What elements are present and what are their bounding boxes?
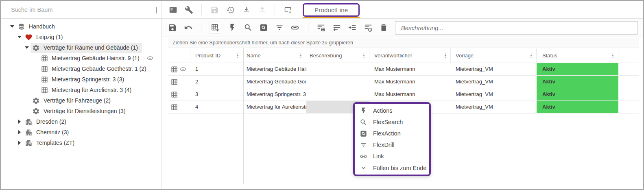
header-name[interactable]: Name <box>243 48 306 63</box>
header-verantwortlicher[interactable]: Verantwortlicher <box>369 48 451 63</box>
delete-button[interactable] <box>379 23 389 33</box>
cell-status[interactable]: Aktiv <box>537 76 618 88</box>
table-row[interactable]: 1 Mietvertrag Gebäude Hainstr. 9 Max Mus… <box>168 63 639 76</box>
grid-save-button[interactable] <box>168 23 177 33</box>
flexaction-button[interactable] <box>259 23 269 33</box>
menu-item-fuellen-bis-zum-ende[interactable]: Füllen bis zum Ende <box>355 162 429 173</box>
group-by-bar[interactable]: Ziehen Sie eine Spaltenüberschrift hierh… <box>168 38 639 48</box>
column-menu-icon[interactable] <box>298 52 304 59</box>
cell-produkt-id[interactable]: 1 <box>190 63 243 75</box>
save-view-button[interactable] <box>317 23 326 33</box>
cell-name[interactable]: Mietvertrag Gebäude Hainstr. 9 <box>243 63 306 75</box>
link-button[interactable] <box>290 23 300 33</box>
caret-right-icon[interactable] <box>16 129 23 136</box>
cell-produkt-id[interactable]: 4 <box>190 101 243 113</box>
boxed-search-icon <box>259 23 268 32</box>
toolbar-divider <box>308 22 308 33</box>
cell-beschreibung[interactable] <box>306 63 369 75</box>
export-button[interactable] <box>257 5 267 15</box>
menu-item-actions[interactable]: Actions <box>355 105 429 116</box>
tree-search-row <box>1 1 161 19</box>
caret-down-icon[interactable] <box>9 23 16 30</box>
cell-vorlage[interactable]: Mietvertrag_VM <box>451 63 537 75</box>
header-icon-column <box>168 48 190 63</box>
menu-item-link[interactable]: Link <box>355 151 429 162</box>
tree-sidebar: Handbuch Leipzig (1) Verträge für Räume … <box>1 1 162 189</box>
tree-item-label: Verträge für Dienstleistungen (3) <box>44 108 126 114</box>
header-vorlage[interactable]: Vorlage <box>451 48 537 63</box>
tree-search-input[interactable] <box>10 6 148 13</box>
expand-rows-button[interactable] <box>348 23 357 33</box>
menu-item-flexaction[interactable]: FlexAction <box>355 128 429 139</box>
save-button[interactable] <box>210 5 219 15</box>
cell-vorlage[interactable]: Mietvertrag_VM <box>451 88 537 100</box>
rows-history-button[interactable] <box>363 23 373 33</box>
rows-save-icon <box>317 23 325 32</box>
column-menu-icon[interactable] <box>235 52 241 59</box>
grid-toolbar <box>162 19 643 37</box>
tab-productline[interactable]: ProductLine <box>303 3 360 17</box>
tree-item-mietvertrag-hainstr[interactable]: Mietvertrag Gebäude Hainstr. 9 (1) <box>1 53 161 63</box>
cell-name[interactable]: Mietvertrag Gebäude Goethestr. 1 <box>243 76 306 88</box>
cell-vorlage[interactable]: Mietvertrag_VM <box>451 76 537 88</box>
tree-item-vertraege-dienstleistungen[interactable]: Verträge für Dienstleistungen (3) <box>1 106 161 116</box>
chevron-down-icon <box>360 164 367 172</box>
tree-item-mietvertrag-aurelienstr[interactable]: Mietvertrag für Aurelienstr. 3 (4) <box>1 85 161 95</box>
panel-toggle-button[interactable] <box>168 5 178 15</box>
column-menu-icon[interactable] <box>528 52 534 59</box>
pinned-column-separator <box>243 48 244 184</box>
cell-verantwortlicher[interactable]: Max Mustermann <box>369 76 451 88</box>
column-menu-icon[interactable] <box>361 52 367 59</box>
rows-arrow-left-icon <box>332 23 341 32</box>
caret-down-icon[interactable] <box>23 44 31 51</box>
cell-produkt-id[interactable]: 2 <box>190 76 243 88</box>
caret-down-icon[interactable] <box>16 33 23 41</box>
actions-button[interactable] <box>228 23 237 33</box>
new-tab-button[interactable] <box>283 5 293 15</box>
cell-verantwortlicher[interactable]: Max Mustermann <box>369 88 451 100</box>
cell-status[interactable]: Aktiv <box>537 63 618 75</box>
pane-splitter-handle[interactable] <box>154 5 160 15</box>
description-input[interactable] <box>395 21 638 35</box>
settings-wrench-button[interactable] <box>184 5 194 15</box>
column-menu-icon[interactable] <box>610 52 616 59</box>
cell-verantwortlicher[interactable]: Max Mustermann <box>369 63 451 75</box>
collapse-rows-button[interactable] <box>332 23 341 33</box>
header-beschreibung[interactable]: Beschreibung <box>306 48 369 63</box>
cell-beschreibung[interactable] <box>306 76 369 88</box>
menu-item-flexsearch[interactable]: FlexSearch <box>355 116 429 128</box>
caret-right-icon[interactable] <box>16 118 23 125</box>
tree-item-vertraege-raeume[interactable]: Verträge für Räume und Gebäude (1) <box>1 42 161 53</box>
history-button[interactable] <box>225 5 235 15</box>
cell-name[interactable]: Mietvertrag Springerstr. 3 <box>243 88 306 100</box>
cell-status[interactable]: Aktiv <box>537 101 618 113</box>
tree-item-mietvertrag-goethestr[interactable]: Mietvertrag Gebäude Goethestr. 1 (2) <box>1 63 161 74</box>
table-row[interactable]: 3 Mietvertrag Springerstr. 3 Max Musterm… <box>168 88 639 101</box>
tree-item-chemnitz[interactable]: Chemnitz (3) <box>1 127 161 138</box>
cell-status[interactable]: Aktiv <box>537 88 618 100</box>
cell-name[interactable]: Mietvertrag für Aurelienstr. 3 <box>243 101 306 113</box>
table-icon <box>171 104 178 111</box>
flexsearch-button[interactable] <box>243 23 253 33</box>
tree-item-dresden[interactable]: Dresden (2) <box>1 116 161 127</box>
cell-vorlage[interactable]: Mietvertrag_VM <box>451 101 537 113</box>
eye-icon <box>179 66 187 73</box>
header-status[interactable]: Status <box>537 48 618 63</box>
table-row[interactable]: 2 Mietvertrag Gebäude Goethestr. 1 Max M… <box>168 76 639 88</box>
tree-item-templates[interactable]: Templates (ZT) <box>1 138 161 148</box>
flexdrill-button[interactable] <box>275 23 284 33</box>
menu-item-flexdrill[interactable]: FlexDrill <box>355 139 429 151</box>
import-button[interactable] <box>241 5 251 15</box>
cell-beschreibung[interactable] <box>306 88 369 100</box>
add-table-button[interactable] <box>210 22 221 34</box>
table-icon <box>171 79 178 85</box>
tree-item-mietvertrag-springerstr[interactable]: Mietvertrag Springerstr. 3 (3) <box>1 74 161 85</box>
caret-right-icon[interactable] <box>16 139 23 146</box>
tree-item-handbuch[interactable]: Handbuch <box>1 21 161 32</box>
undo-button[interactable] <box>184 23 193 33</box>
tree-item-vertraege-fahrzeuge[interactable]: Verträge für Fahrzeuge (2) <box>1 95 161 106</box>
cell-produkt-id[interactable]: 3 <box>190 88 243 100</box>
header-produkt-id[interactable]: Produkt-ID <box>190 48 243 63</box>
tree-item-leipzig[interactable]: Leipzig (1) <box>1 32 161 42</box>
column-menu-icon[interactable] <box>442 52 448 59</box>
